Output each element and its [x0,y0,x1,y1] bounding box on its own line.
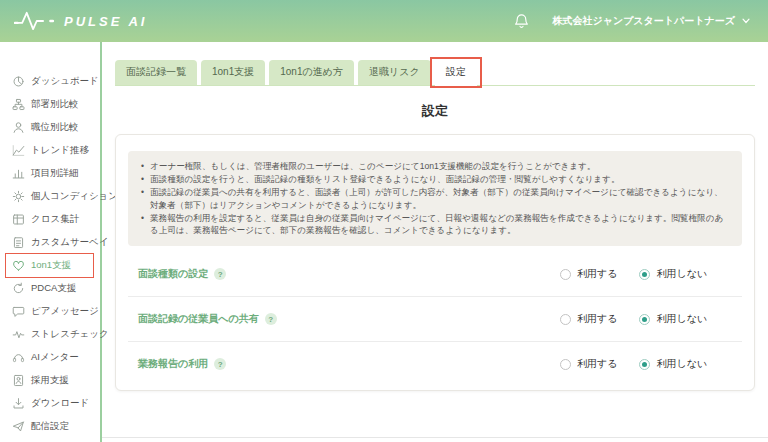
setting-label: 面談種類の設定 [138,267,208,281]
radio-group-work-report: 利用する 利用しない [560,357,707,371]
radio-group-interview-type: 利用する 利用しない [560,267,707,281]
info-note-list: オーナー権限、もしくは、管理者権限のユーザーは、このページにて1on1支援機能の… [140,160,726,237]
tab-turnover-risk[interactable]: 退職リスク [358,60,431,85]
org-chart-icon [12,98,25,111]
radio-label: 利用する [577,357,617,371]
sidebar-item-label: カスタムサーベイ [31,236,109,249]
company-name: 株式会社ジャンプスタートパートナーズ [552,14,735,28]
page-title: 設定 [115,102,755,120]
sidebar-item-stress-check[interactable]: ストレスチェック [0,323,100,346]
tab-1on1-support[interactable]: 1on1支援 [201,60,265,85]
info-note: 業務報告の利用を設定すると、従業員は自身の従業員向けマイページにて、日報や週報な… [140,212,726,238]
info-note: オーナー権限、もしくは、管理者権限のユーザーは、このページにて1on1支援機能の… [140,160,726,173]
help-icon[interactable]: ? [214,358,226,370]
sidebar-item-label: 採用支援 [31,374,69,387]
sidebar-item-position-compare[interactable]: 職位別比較 [0,116,100,139]
sidebar-item-label: 部署別比較 [31,98,79,111]
radio-use[interactable]: 利用する [560,312,617,326]
radio-circle[interactable] [639,314,650,325]
clipboard-icon [12,236,25,249]
sidebar-item-cross-tab[interactable]: クロス集計 [0,208,100,231]
radio-no-use[interactable]: 利用しない [639,267,707,281]
radio-circle[interactable] [639,359,650,370]
sidebar-item-label: AIメンター [31,351,79,364]
heart-icon [12,259,25,272]
info-note: 面談種類の設定を行うと、面談記録の種類をリスト登録できるようになり、面談記録の管… [140,173,726,186]
send-icon [12,420,25,433]
setting-row-work-report: 業務報告の利用 ? 利用する 利用しない [128,341,742,386]
cycle-icon [12,282,25,295]
recruit-icon [12,374,25,387]
info-note: 面談記録の従業員への共有を利用すると、面談者（上司）が許可した内容が、対象者（部… [140,186,726,212]
app-window: PULSE AI 株式会社ジャンプスタートパートナーズ ダッシュボード [0,0,768,442]
radio-use[interactable]: 利用する [560,357,617,371]
radio-circle[interactable] [560,359,571,370]
tab-interview-records[interactable]: 面談記録一覧 [115,60,197,85]
sidebar-item-label: 配信設定 [31,420,69,433]
radio-no-use[interactable]: 利用しない [639,357,707,371]
gear-icon [12,190,25,203]
radio-circle[interactable] [560,269,571,280]
sidebar-item-label: ストレスチェック [31,328,109,341]
radio-label: 利用しない [656,312,707,326]
tab-bar: 面談記録一覧 1on1支援 1on1の進め方 退職リスク 設定 [115,60,755,86]
sidebar-item-label: 職位別比較 [31,121,79,134]
sidebar-item-label: トレンド推移 [31,144,89,157]
sidebar-item-label: クロス集計 [31,213,79,226]
download-icon [12,397,25,410]
headset-icon [12,351,25,364]
sidebar-item-personal-condition[interactable]: 個人コンディション [0,185,100,208]
sidebar-item-peer-message[interactable]: ピアメッセージ [0,300,100,323]
settings-card: オーナー権限、もしくは、管理者権限のユーザーは、このページにて1on1支援機能の… [115,134,755,391]
radio-use[interactable]: 利用する [560,267,617,281]
header-right: 株式会社ジャンプスタートパートナーズ [513,13,750,30]
sidebar-item-item-detail[interactable]: 項目別詳細 [0,162,100,185]
sidebar-item-pdca-support[interactable]: PDCA支援 [0,277,100,300]
brand[interactable]: PULSE AI [14,8,147,34]
sidebar: ダッシュボード 部署別比較 職位別比較 トレンド推移 項目別詳細 個人コンディシ… [0,42,102,442]
setting-label-wrap: 面談種類の設定 ? [138,267,560,281]
sidebar-item-delivery-settings[interactable]: 配信設定 [0,415,100,438]
sidebar-item-custom-survey[interactable]: カスタムサーベイ [0,231,100,254]
message-icon [12,305,25,318]
sidebar-item-dept-compare[interactable]: 部署別比較 [0,93,100,116]
pulse-icon [12,328,25,341]
account-menu[interactable]: 株式会社ジャンプスタートパートナーズ [552,14,750,28]
notification-bell-icon[interactable] [513,13,530,30]
help-icon[interactable]: ? [214,268,226,280]
sidebar-item-1on1-support[interactable]: 1on1支援 [0,254,100,277]
radio-no-use[interactable]: 利用しない [639,312,707,326]
sidebar-item-ai-mentor[interactable]: AIメンター [0,346,100,369]
setting-row-interview-type: 面談種類の設定 ? 利用する 利用しない [128,252,742,296]
sidebar-item-label: ピアメッセージ [31,305,99,318]
setting-label-wrap: 業務報告の利用 ? [138,357,560,371]
setting-label-wrap: 面談記録の従業員への共有 ? [138,312,560,326]
tab-1on1-howto[interactable]: 1on1の進め方 [269,60,354,85]
sidebar-item-trend[interactable]: トレンド推移 [0,139,100,162]
setting-label: 面談記録の従業員への共有 [138,312,259,326]
info-box: オーナー権限、もしくは、管理者権限のユーザーは、このページにて1on1支援機能の… [128,151,742,246]
sidebar-item-dashboard[interactable]: ダッシュボード [0,70,100,93]
radio-circle[interactable] [639,269,650,280]
sidebar-item-download[interactable]: ダウンロード [0,392,100,415]
brand-name: PULSE AI [64,14,147,29]
person-icon [12,121,25,134]
pulse-logo-icon [14,8,54,34]
radio-label: 利用しない [656,357,707,371]
chevron-down-icon [742,18,750,24]
help-icon[interactable]: ? [265,313,277,325]
header: PULSE AI 株式会社ジャンプスタートパートナーズ [0,0,768,42]
radio-label: 利用する [577,267,617,281]
sidebar-item-label: ダッシュボード [31,75,99,88]
sidebar-item-label: 項目別詳細 [31,167,79,180]
dashboard-icon [12,75,25,88]
setting-label: 業務報告の利用 [138,357,208,371]
radio-circle[interactable] [560,314,571,325]
radio-label: 利用する [577,312,617,326]
bar-chart-icon [12,167,25,180]
sidebar-item-label: 1on1支援 [31,259,71,272]
main-content: 面談記録一覧 1on1支援 1on1の進め方 退職リスク 設定 設定 オーナー権… [102,42,768,442]
table-icon [12,213,25,226]
sidebar-item-recruit-support[interactable]: 採用支援 [0,369,100,392]
tab-settings[interactable]: 設定 [435,60,477,86]
